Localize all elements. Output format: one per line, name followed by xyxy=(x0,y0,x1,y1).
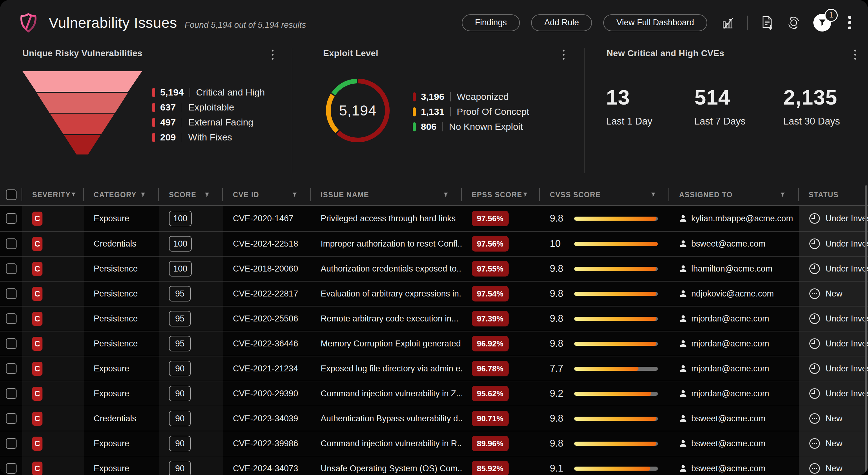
filter-funnel-icon[interactable] xyxy=(70,192,76,197)
severity-cell: C xyxy=(22,257,84,281)
kebab-menu-icon[interactable] xyxy=(848,16,851,29)
category-value: Exposure xyxy=(94,389,129,399)
cve-id[interactable]: CVE-2021-21234 xyxy=(233,364,298,374)
row-checkbox[interactable] xyxy=(6,463,17,474)
issue-name-cell: Privileged access through hard links xyxy=(311,206,462,231)
score-cell: 100 xyxy=(159,206,223,231)
column-header-status[interactable]: STATUS xyxy=(799,184,868,205)
active-filter-button[interactable]: 1 xyxy=(813,14,832,32)
row-checkbox[interactable] xyxy=(6,413,17,424)
cve-id[interactable]: CVE-2020-1467 xyxy=(233,214,293,223)
row-checkbox[interactable] xyxy=(6,363,17,374)
table-row[interactable]: C Exposure 90 CVE-2024-34073 Unsafe Oper… xyxy=(0,456,868,475)
cve-id[interactable]: CVE-2024-22518 xyxy=(233,239,298,249)
filter-funnel-icon[interactable] xyxy=(650,192,656,197)
cve-id-cell: CVE-2022-36446 xyxy=(223,331,311,356)
row-checkbox[interactable] xyxy=(6,438,17,449)
row-checkbox[interactable] xyxy=(6,388,17,399)
add-rule-button[interactable]: Add Rule xyxy=(531,14,592,31)
table-row[interactable]: C Persistence 95 CVE-2020-25506 Remote a… xyxy=(0,306,868,331)
table-row[interactable]: C Exposure 100 CVE-2020-1467 Privileged … xyxy=(0,206,868,231)
severity-cell: C xyxy=(22,456,84,475)
row-checkbox[interactable] xyxy=(6,213,17,224)
issue-name[interactable]: Exposed log file directory via admin e..… xyxy=(321,364,462,374)
cve-id[interactable]: CVE-2020-25506 xyxy=(233,314,298,324)
assignee-email[interactable]: bsweet@acme.com xyxy=(691,414,766,423)
issue-name[interactable]: Authorization credentials exposed to... xyxy=(321,264,462,274)
cve-id[interactable]: CVE-2020-29390 xyxy=(233,389,298,399)
summary-panels: Unique Risky Vulnerabilities 5,194Critic… xyxy=(0,45,868,184)
table-row[interactable]: C Persistence 95 CVE-2022-36446 Memory C… xyxy=(0,331,868,356)
table-row[interactable]: C Exposure 90 CVE-2021-21234 Exposed log… xyxy=(0,356,868,381)
row-checkbox[interactable] xyxy=(6,338,17,349)
assignee-email[interactable]: bsweet@acme.com xyxy=(691,239,766,249)
export-report-icon[interactable] xyxy=(760,15,774,30)
cve-id[interactable]: CVE-2022-39986 xyxy=(233,439,298,448)
assignee-email[interactable]: bsweet@acme.com xyxy=(691,464,766,473)
chart-hidden-icon[interactable] xyxy=(721,16,735,29)
table-row[interactable]: C Exposure 90 CVE-2022-39986 Command inj… xyxy=(0,431,868,456)
row-checkbox[interactable] xyxy=(6,239,17,249)
table-row[interactable]: C Exposure 90 CVE-2020-29390 Command inj… xyxy=(0,381,868,406)
assignee-email[interactable]: mjordan@acme.com xyxy=(691,314,769,324)
new-cves-stats: 13Last 1 Day514Last 7 Days2,135Last 30 D… xyxy=(0,45,868,184)
issue-name[interactable]: Unsafe Operating System (OS) Com... xyxy=(321,464,462,473)
assignee-email[interactable]: ndjokovic@acme.com xyxy=(691,289,774,299)
findings-button[interactable]: Findings xyxy=(462,14,520,31)
filter-funnel-icon[interactable] xyxy=(522,192,528,197)
severity-cell: C xyxy=(22,206,84,231)
table-row[interactable]: C Persistence 100 CVE-2018-20060 Authori… xyxy=(0,256,868,281)
cve-id[interactable]: CVE-2024-34073 xyxy=(233,464,298,473)
column-header-category[interactable]: CATEGORY xyxy=(84,184,159,205)
cve-id[interactable]: CVE-2022-22817 xyxy=(233,289,298,299)
issue-name[interactable]: Improper authorization to reset Confl... xyxy=(321,239,462,249)
assignee-email[interactable]: lhamilton@acme.com xyxy=(691,264,772,274)
filter-funnel-icon[interactable] xyxy=(140,192,146,197)
refresh-icon[interactable] xyxy=(786,15,801,30)
assignee-email[interactable]: bsweet@acme.com xyxy=(691,439,766,448)
table-row[interactable]: C Persistence 95 CVE-2022-22817 Evaluati… xyxy=(0,281,868,306)
row-checkbox[interactable] xyxy=(6,263,17,274)
column-header-assigned-to[interactable]: ASSIGNED TO xyxy=(669,184,799,205)
issue-name[interactable]: Evaluation of arbitrary expressions in..… xyxy=(321,289,462,299)
column-header-severity[interactable]: SEVERITY xyxy=(22,184,84,205)
assignee-email[interactable]: mjordan@acme.com xyxy=(691,389,769,399)
row-checkbox[interactable] xyxy=(6,313,17,324)
cvss-score-cell: 9.8 xyxy=(540,282,669,306)
category-cell: Credentials xyxy=(84,406,159,431)
category-cell: Exposure xyxy=(84,356,159,381)
view-full-dashboard-button[interactable]: View Full Dashboard xyxy=(603,14,707,31)
cve-id[interactable]: CVE-2018-20060 xyxy=(233,264,298,274)
filter-funnel-icon[interactable] xyxy=(292,192,298,197)
issue-name[interactable]: Remote arbitrary code execution in... xyxy=(321,314,458,324)
column-header-score[interactable]: SCORE xyxy=(159,184,223,205)
filter-funnel-icon[interactable] xyxy=(204,192,210,197)
issue-name[interactable]: Command injection vulnerability in Z... xyxy=(321,389,462,399)
cve-id[interactable]: CVE-2022-36446 xyxy=(233,339,298,349)
filter-funnel-icon[interactable] xyxy=(780,192,785,197)
issue-name[interactable]: Authentication Bypass vulnerability d... xyxy=(321,414,462,423)
status-cell: Under Investigation xyxy=(799,257,868,281)
new-status-icon xyxy=(809,413,820,424)
table-row[interactable]: C Credentials 100 CVE-2024-22518 Imprope… xyxy=(0,231,868,256)
cve-id[interactable]: CVE-2023-34039 xyxy=(233,414,298,423)
assignee-email[interactable]: mjordan@acme.com xyxy=(691,339,769,349)
score-cell: 90 xyxy=(159,406,223,431)
assigned-to-cell: bsweet@acme.com xyxy=(669,431,799,456)
issue-name[interactable]: Command injection vulnerability in R... xyxy=(321,439,462,448)
filter-funnel-icon[interactable] xyxy=(443,192,449,197)
column-header-epss-score[interactable]: EPSS SCORE xyxy=(462,184,540,205)
assignee-email[interactable]: kylian.mbappe@acme.com xyxy=(691,214,793,223)
table-scrollbar[interactable] xyxy=(865,185,867,472)
status-cell: New xyxy=(799,282,868,306)
select-all-checkbox[interactable] xyxy=(6,189,17,200)
issue-name[interactable]: Memory Corruption Exploit generated xyxy=(321,339,461,349)
column-header-cve-id[interactable]: CVE ID xyxy=(223,184,311,205)
column-header-cvss-score[interactable]: CVSS SCORE xyxy=(540,184,669,205)
column-header-issue-name[interactable]: ISSUE NAME xyxy=(311,184,462,205)
row-checkbox[interactable] xyxy=(6,288,17,299)
issue-name[interactable]: Privileged access through hard links xyxy=(321,214,456,223)
cve-stat: 514Last 7 Days xyxy=(694,87,746,127)
table-row[interactable]: C Credentials 90 CVE-2023-34039 Authenti… xyxy=(0,406,868,431)
assignee-email[interactable]: mjordan@acme.com xyxy=(691,364,769,374)
